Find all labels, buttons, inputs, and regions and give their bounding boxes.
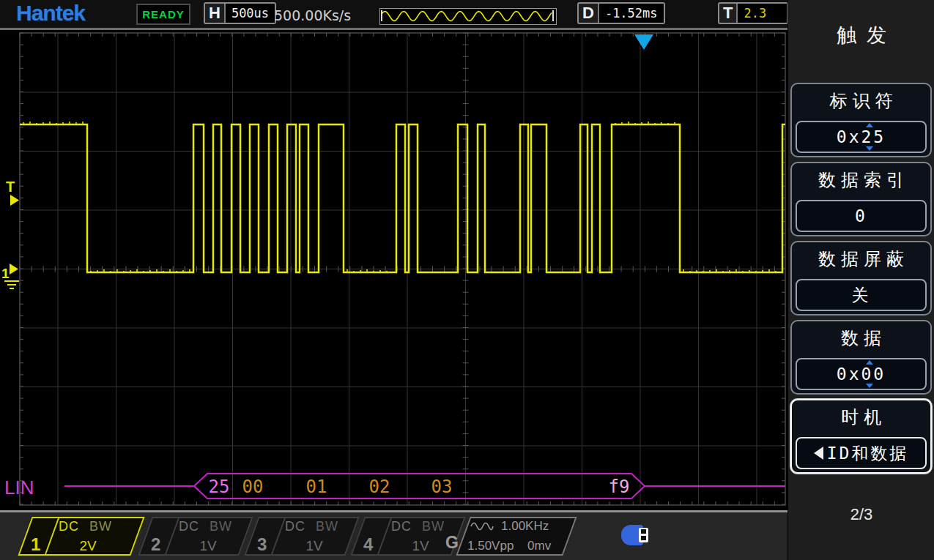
preview-sine-icon bbox=[380, 9, 555, 23]
identifier-value: 0x25 bbox=[837, 127, 886, 146]
channel-4-tab[interactable]: 4 DCBW 1V bbox=[357, 517, 459, 556]
coupling-label: DC bbox=[285, 519, 305, 534]
bus-decoded-data-value: 01 bbox=[306, 477, 327, 497]
channel-number: 4 bbox=[363, 534, 373, 555]
channel-3-tab[interactable]: 3 DCBW 1V bbox=[251, 517, 352, 556]
generator-letter: G bbox=[445, 533, 459, 553]
top-status-bar: Hantek READY H 500us 500.00Ks/s T D -1.5… bbox=[0, 0, 787, 28]
data-value: 0x00 bbox=[837, 365, 886, 384]
menu-item-label: 标识符 bbox=[792, 84, 930, 118]
trigger-level-arrow-icon bbox=[10, 195, 19, 206]
horizontal-delay-readout: D -1.52ms bbox=[577, 2, 665, 24]
trigger-level-value: 2.3 bbox=[736, 4, 788, 23]
generator-frequency: 1.00KHz bbox=[501, 519, 549, 534]
lin-bus-frame bbox=[64, 474, 785, 499]
data-index-value-box[interactable]: 0 bbox=[796, 200, 927, 232]
generator-tab[interactable]: 1.00KHz 1.50Vpp 0mv bbox=[463, 517, 570, 556]
left-arrow-icon bbox=[814, 447, 823, 460]
increment-arrow-icon[interactable] bbox=[866, 123, 873, 127]
menu-item-data-index[interactable]: 数据索引 0 bbox=[790, 162, 932, 236]
memory-waveform-preview: T bbox=[379, 8, 557, 25]
channel-1-marker-label: 1 bbox=[1, 266, 10, 281]
bandwidth-label: BW bbox=[422, 519, 445, 534]
generator-offset: 0mv bbox=[527, 539, 551, 553]
soft-menu-sidebar: 触发 标识符 0x25 数据索引 0 数据屏蔽 关 数据 0x00 bbox=[787, 0, 934, 560]
bus-decoded-checksum-value: f9 bbox=[609, 477, 630, 497]
decrement-arrow-icon[interactable] bbox=[866, 146, 873, 151]
menu-title: 触发 bbox=[788, 22, 934, 48]
bus-decoded-data-value: 03 bbox=[431, 477, 453, 497]
scope-graticule-and-trace: T1LIN2500010203f9 bbox=[0, 30, 787, 510]
delay-value: -1.52ms bbox=[598, 4, 664, 23]
volts-per-div: 2V bbox=[59, 538, 117, 554]
bus-decoded-data-value: 02 bbox=[369, 477, 390, 497]
volts-per-div: 1V bbox=[285, 538, 344, 554]
channel-number: 1 bbox=[31, 534, 40, 555]
data-index-value: 0 bbox=[855, 206, 867, 225]
bus-protocol-label: LIN bbox=[4, 477, 34, 499]
volts-per-div: 1V bbox=[391, 538, 450, 554]
timebase-letter: H bbox=[205, 4, 224, 23]
timebase-value: 500us bbox=[224, 4, 275, 23]
horizontal-timebase-readout: H 500us bbox=[204, 2, 276, 24]
timing-value-box[interactable]: ID和数据 bbox=[796, 437, 927, 469]
channel-status-bar: 1 DCBW 2V 2 DCBW 1V 3 DCBW 1V 4 DCBW 1V … bbox=[0, 510, 787, 560]
data-value-box[interactable]: 0x00 bbox=[796, 358, 927, 390]
bandwidth-label: BW bbox=[210, 519, 232, 534]
channel-number: 3 bbox=[257, 534, 267, 555]
menu-item-data-mask[interactable]: 数据屏蔽 关 bbox=[790, 241, 932, 316]
identifier-value-box[interactable]: 0x25 bbox=[796, 121, 927, 153]
menu-item-timing[interactable]: 时机 ID和数据 bbox=[790, 399, 932, 474]
usb-device-icon bbox=[621, 525, 655, 545]
menu-item-label: 数据索引 bbox=[792, 163, 930, 197]
scope-display-area: T1LIN2500010203f9 bbox=[0, 30, 787, 510]
menu-item-label: 数据 bbox=[792, 321, 930, 355]
bus-decoded-id-value: 25 bbox=[209, 477, 230, 497]
generator-amplitude: 1.50Vpp bbox=[467, 539, 514, 553]
menu-item-label: 时机 bbox=[792, 400, 930, 434]
menu-page-indicator: 2/3 bbox=[788, 505, 934, 524]
channel-1-trace bbox=[20, 124, 785, 272]
bandwidth-label: BW bbox=[316, 519, 338, 534]
bandwidth-label: BW bbox=[89, 519, 112, 534]
trigger-level-marker-label: T bbox=[6, 179, 15, 195]
trigger-letter: T bbox=[719, 4, 736, 23]
channel-1-arrow-icon bbox=[10, 264, 18, 275]
menu-item-identifier[interactable]: 标识符 0x25 bbox=[790, 83, 932, 157]
brand-logo: Hantek bbox=[16, 1, 85, 26]
data-mask-value: 关 bbox=[852, 284, 871, 307]
channel-2-tab[interactable]: 2 DCBW 1V bbox=[145, 517, 246, 556]
oscilloscope-screen: Hantek READY H 500us 500.00Ks/s T D -1.5… bbox=[0, 0, 934, 560]
menu-item-label: 数据屏蔽 bbox=[792, 242, 930, 276]
increment-arrow-icon[interactable] bbox=[866, 360, 873, 365]
data-mask-value-box[interactable]: 关 bbox=[796, 279, 927, 311]
coupling-label: DC bbox=[179, 519, 199, 534]
sine-wave-icon bbox=[470, 521, 494, 531]
coupling-label: DC bbox=[391, 519, 412, 534]
trigger-position-marker bbox=[634, 34, 653, 50]
menu-item-data[interactable]: 数据 0x00 bbox=[790, 320, 932, 395]
decrement-arrow-icon[interactable] bbox=[866, 384, 873, 388]
coupling-label: DC bbox=[59, 519, 79, 534]
channel-number: 2 bbox=[151, 534, 160, 555]
channel-1-tab[interactable]: 1 DCBW 2V bbox=[25, 517, 138, 556]
bus-decoded-data-value: 00 bbox=[242, 477, 264, 497]
delay-letter: D bbox=[579, 4, 598, 23]
timing-value: ID和数据 bbox=[827, 442, 909, 465]
acquisition-status-badge: READY bbox=[136, 4, 190, 25]
sample-rate-readout: 500.00Ks/s bbox=[274, 7, 351, 23]
volts-per-div: 1V bbox=[179, 538, 237, 554]
trigger-level-readout: T 2.3 bbox=[718, 2, 788, 24]
